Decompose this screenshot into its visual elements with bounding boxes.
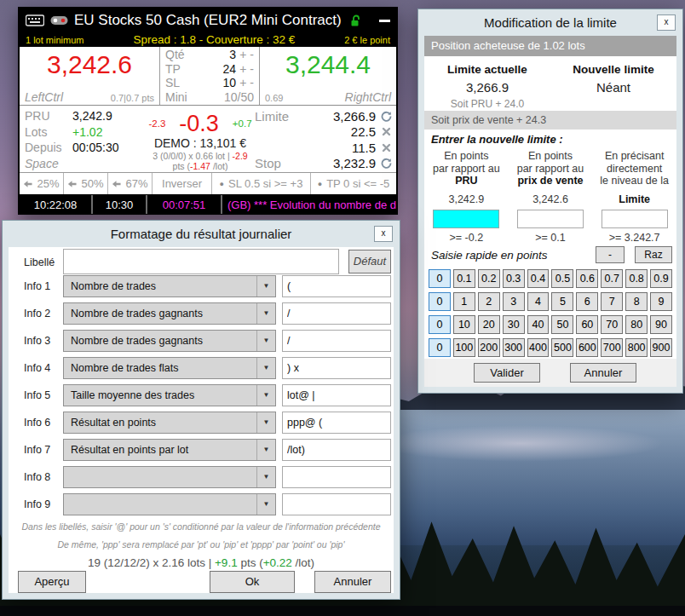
keyboard-icon[interactable]: [26, 14, 44, 26]
quick-points-button[interactable]: 40: [527, 315, 550, 334]
info9-select[interactable]: ▼: [63, 493, 276, 515]
tp-increment[interactable]: +: [236, 62, 246, 76]
info6-input[interactable]: [282, 412, 391, 434]
info9-input[interactable]: [282, 493, 391, 515]
close-67pct-button[interactable]: 67%: [108, 173, 153, 194]
cancel-order-icon[interactable]: [380, 127, 393, 136]
quick-points-button[interactable]: 50: [551, 315, 573, 334]
quick-points-button[interactable]: 10: [453, 315, 475, 334]
quick-points-button[interactable]: 70: [601, 315, 623, 334]
cancel-order-icon[interactable]: [380, 143, 393, 153]
quick-points-button[interactable]: 6: [576, 292, 598, 311]
quick-points-button[interactable]: 0.9: [650, 269, 672, 288]
quick-points-button[interactable]: 8: [625, 292, 648, 311]
minimize-icon[interactable]: [379, 14, 390, 26]
undo-icon: [112, 180, 121, 188]
raz-button[interactable]: Raz: [635, 246, 672, 263]
info2-select[interactable]: Nombre de trades gagnants▼: [63, 302, 276, 325]
quick-points-button[interactable]: 4: [527, 292, 550, 311]
info7-select[interactable]: Résultat en points par lot▼: [63, 439, 276, 461]
defaut-button[interactable]: Défaut: [348, 250, 391, 273]
info4-input[interactable]: [282, 357, 391, 379]
quick-points-button[interactable]: 900: [650, 338, 672, 357]
info3-select[interactable]: Nombre de trades gagnants▼: [63, 330, 276, 352]
quick-points-button[interactable]: 80: [625, 315, 648, 334]
quick-points-button[interactable]: 1: [453, 292, 475, 311]
quick-points-button[interactable]: 0.5: [551, 269, 573, 288]
quick-points-button[interactable]: 500: [551, 338, 573, 357]
tp-decrement[interactable]: -: [246, 62, 254, 76]
close-50pct-button[interactable]: 50%: [64, 173, 108, 194]
quick-points-button[interactable]: 400: [527, 338, 550, 357]
info8-select[interactable]: ▼: [63, 466, 276, 488]
sl-decrement[interactable]: -: [246, 76, 254, 89]
quick-points-button[interactable]: 200: [478, 338, 500, 357]
pnl-low: -2.3: [148, 118, 165, 129]
apercu-button[interactable]: Aperçu: [18, 571, 86, 593]
qty-increment[interactable]: +: [236, 48, 246, 61]
quick-points-button[interactable]: 0.4: [527, 269, 550, 288]
close-icon[interactable]: x: [657, 14, 676, 31]
minus-sign-button[interactable]: -: [596, 246, 625, 263]
info8-label: Info 8: [24, 471, 50, 483]
refresh-limit-icon[interactable]: [380, 111, 393, 122]
libelle-input[interactable]: [63, 249, 339, 274]
quick-points-button[interactable]: 9: [650, 292, 672, 311]
pru-min-constraint: >= -0.2: [424, 232, 509, 245]
unlock-icon[interactable]: [349, 14, 362, 27]
refresh-stop-icon[interactable]: [380, 158, 393, 169]
quick-points-button[interactable]: 30: [503, 315, 525, 334]
valider-button[interactable]: Valider: [474, 363, 540, 383]
quick-points-button[interactable]: 0: [429, 315, 451, 334]
quick-points-button[interactable]: 0.2: [478, 269, 500, 288]
info8-input[interactable]: [282, 466, 391, 488]
tp-rule-toggle[interactable]: ● TP 0 si <= -5: [311, 173, 396, 194]
quick-points-button[interactable]: 800: [625, 338, 648, 357]
quick-points-button[interactable]: 700: [601, 338, 623, 357]
close-icon[interactable]: x: [374, 226, 393, 242]
gamepad-icon[interactable]: [50, 14, 68, 26]
info5-select[interactable]: Taille moyenne des trades▼: [63, 384, 276, 406]
annuler-button[interactable]: Annuler: [570, 363, 636, 383]
points-vs-sale-input[interactable]: [517, 210, 584, 228]
quick-points-button[interactable]: 0: [429, 338, 451, 357]
info2-input[interactable]: [282, 302, 391, 325]
info4-select[interactable]: Nombre de trades flats▼: [63, 357, 276, 379]
quick-points-button[interactable]: 60: [576, 315, 598, 334]
inverser-button[interactable]: Inverser: [153, 173, 212, 194]
quick-points-button[interactable]: 0.6: [576, 269, 598, 288]
quick-points-button[interactable]: 0.3: [503, 269, 525, 288]
annuler-button[interactable]: Annuler: [314, 571, 391, 593]
points-vs-pru-input[interactable]: [433, 210, 499, 228]
buy-price[interactable]: 3,244.4: [260, 50, 396, 79]
quick-points-button[interactable]: 0.1: [453, 269, 475, 288]
quick-points-button[interactable]: 100: [453, 338, 475, 357]
quick-points-button[interactable]: 0.7: [601, 269, 623, 288]
quick-points-button[interactable]: 20: [478, 315, 500, 334]
quick-points-button[interactable]: 5: [551, 292, 573, 311]
qty-decrement[interactable]: -: [246, 48, 254, 61]
buy-cell[interactable]: 3,244.4 0.69 RightCtrl: [260, 47, 396, 105]
info6-select[interactable]: Résultat en points▼: [63, 412, 276, 434]
quick-points-button[interactable]: 300: [503, 338, 525, 357]
quick-points-button[interactable]: 0.8: [625, 269, 648, 288]
quick-points-button[interactable]: 7: [601, 292, 623, 311]
quick-points-button[interactable]: 2: [478, 292, 500, 311]
info3-input[interactable]: [282, 330, 391, 352]
sl-rule-toggle[interactable]: ● SL 0.5 si >= +3: [212, 173, 311, 194]
ok-button[interactable]: Ok: [210, 571, 295, 593]
info1-select[interactable]: Nombre de trades▼: [63, 275, 276, 297]
quick-points-button[interactable]: 0: [429, 292, 451, 311]
quick-points-button[interactable]: 0: [429, 269, 451, 288]
sell-price[interactable]: 3,242.6: [20, 50, 159, 79]
quick-points-button[interactable]: 3: [503, 292, 525, 311]
sl-increment[interactable]: +: [236, 76, 246, 89]
close-25pct-button[interactable]: 25%: [20, 173, 64, 194]
info7-input[interactable]: [282, 439, 391, 461]
direct-level-input[interactable]: [602, 210, 668, 228]
quick-points-button[interactable]: 90: [650, 315, 672, 334]
info1-input[interactable]: [282, 275, 391, 297]
sell-cell[interactable]: 3,242.6 LeftCtrl 0.7|0.7 pts: [20, 47, 159, 105]
info5-input[interactable]: [282, 384, 391, 406]
quick-points-button[interactable]: 600: [576, 338, 598, 357]
